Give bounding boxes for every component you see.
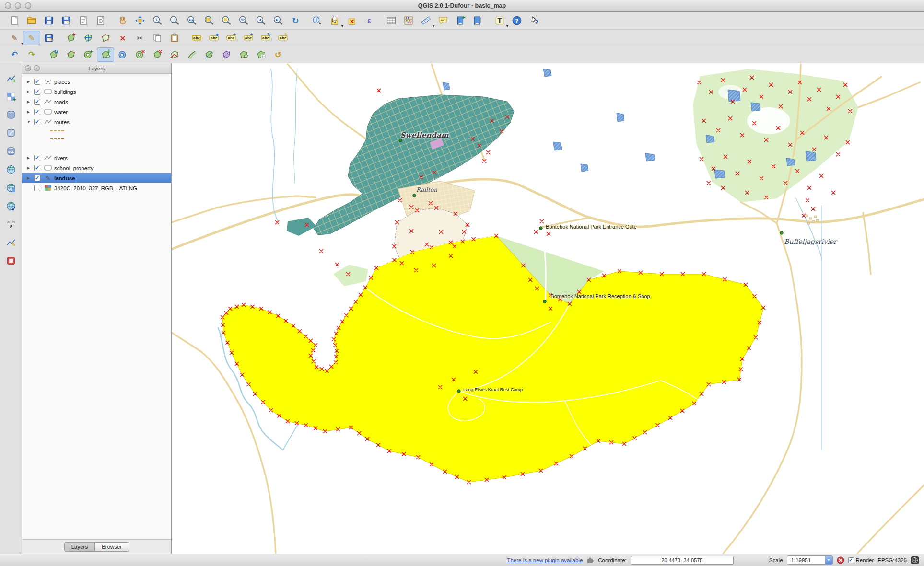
copy-features-button[interactable] [149, 31, 166, 45]
place-marker[interactable] [399, 139, 402, 142]
expand-arrow-icon[interactable]: ▶ [27, 90, 34, 94]
help-contents-button[interactable]: ? [508, 13, 526, 28]
add-wms-layer-button[interactable] [3, 162, 19, 177]
layer-labeling-options-button[interactable]: abc [205, 31, 222, 45]
new-plugin-link[interactable]: There is a new plugin available [507, 557, 583, 563]
layer-visibility-checkbox[interactable]: ✓ [34, 109, 40, 115]
dam-polygon[interactable] [645, 153, 655, 161]
add-raster-layer-button[interactable]: + [3, 89, 19, 104]
rotate-point-symbols-button[interactable]: ↺ [269, 47, 287, 62]
new-shapefile-layer-button[interactable]: ✎ [3, 235, 19, 250]
text-annotation-button[interactable]: T▾ [491, 13, 508, 28]
zoom-to-layer-button[interactable] [235, 13, 252, 28]
expand-arrow-icon[interactable]: ▶ [27, 166, 34, 170]
dam-polygon[interactable] [714, 170, 725, 178]
layer-item-school_property[interactable]: ▶✓school_property [22, 163, 171, 173]
layer-visibility-checkbox[interactable]: ✓ [34, 165, 40, 171]
dam-polygon[interactable] [786, 158, 795, 166]
place-marker[interactable] [413, 194, 416, 197]
delete-selected-button[interactable]: × [114, 31, 131, 45]
panel-float-button[interactable]: ▫ [34, 65, 40, 71]
reshape-features-button[interactable] [166, 47, 183, 62]
add-part-button[interactable]: + [97, 47, 114, 62]
layer-item-routes[interactable]: ▼✓routes [22, 117, 171, 127]
plugin-icon[interactable] [586, 556, 594, 564]
expand-arrow-icon[interactable]: ▶ [27, 100, 34, 104]
zoom-next-button[interactable]: ▸ [269, 13, 287, 28]
new-print-composer-button[interactable] [75, 13, 92, 28]
tab-browser[interactable]: Browser [95, 542, 129, 552]
layer-item-places[interactable]: ▶✓places [22, 77, 171, 87]
close-window-button[interactable] [5, 2, 11, 9]
measure-button[interactable]: ▾ [417, 13, 434, 28]
refresh-map-button[interactable]: ↻ [287, 13, 304, 28]
identify-features-button[interactable]: i [309, 13, 326, 28]
layer-item-rivers[interactable]: ▶✓rivers [22, 153, 171, 163]
add-feature-button[interactable]: + [62, 31, 80, 45]
zoom-out-button[interactable]: − [166, 13, 183, 28]
select-by-expression-button[interactable]: ε [361, 13, 378, 28]
map-svg[interactable] [172, 63, 924, 554]
dam-polygon[interactable] [706, 135, 714, 143]
move-label-button[interactable]: abc+ [240, 31, 257, 45]
map-tips-button[interactable] [434, 13, 452, 28]
split-features-button[interactable] [200, 47, 218, 62]
open-project-button[interactable] [23, 13, 40, 28]
node-tool-button[interactable] [97, 31, 114, 45]
dam-polygon[interactable] [543, 69, 551, 77]
paste-features-button[interactable] [166, 31, 183, 45]
layer-visibility-checkbox[interactable]: ✓ [34, 119, 40, 125]
expand-arrow-icon[interactable]: ▼ [27, 120, 34, 124]
epsg-status[interactable]: EPSG:4326 [877, 557, 907, 563]
stop-render-icon[interactable] [837, 556, 844, 564]
expand-arrow-icon[interactable]: ▶ [27, 80, 34, 84]
zoom-full-extent-button[interactable] [200, 13, 218, 28]
window-controls[interactable] [5, 2, 31, 9]
new-bookmark-button[interactable]: + [452, 13, 469, 28]
dam-polygon[interactable] [443, 82, 450, 90]
layer-visibility-checkbox[interactable]: ✓ [34, 99, 40, 105]
show-bookmarks-button[interactable] [469, 13, 486, 28]
redo-button[interactable]: ↷ [23, 47, 40, 62]
pan-map-button[interactable] [114, 13, 131, 28]
add-spatialite-layer-button[interactable] [3, 126, 19, 141]
deselect-features-button[interactable]: × [343, 13, 361, 28]
dam-polygon[interactable] [581, 164, 588, 172]
layer-visibility-checkbox[interactable]: ✓ [34, 155, 40, 161]
rotate-label-button[interactable]: abc↻ [257, 31, 274, 45]
delete-part-button[interactable]: × [149, 47, 166, 62]
save-project-as-button[interactable]: ✎ [58, 13, 75, 28]
zoom-last-button[interactable]: ◂ [252, 13, 269, 28]
title-bar[interactable]: QGIS 2.0.1-Dufour - basic_map [0, 0, 924, 12]
dam-polygon[interactable] [751, 103, 760, 111]
add-postgis-layer-button[interactable] [3, 107, 19, 123]
layer-labeling-button[interactable]: abc [188, 31, 205, 45]
add-wcs-layer-button[interactable] [3, 180, 19, 196]
panel-close-button[interactable]: × [25, 65, 31, 71]
new-project-button[interactable] [6, 13, 23, 28]
split-parts-button[interactable] [218, 47, 235, 62]
expand-arrow-icon[interactable]: ▶ [27, 156, 34, 160]
layer-item-roads[interactable]: ▶✓roads [22, 97, 171, 107]
merge-features-button[interactable] [235, 47, 252, 62]
move-feature-button[interactable] [80, 31, 97, 45]
layer-visibility-checkbox[interactable]: ✓ [34, 175, 40, 181]
layer-item-water[interactable]: ▶✓water [22, 107, 171, 117]
toggle-editing-button[interactable]: ✎ [23, 31, 40, 45]
layer-item-3420C_2010_327_RGB_LATLNG[interactable]: 3420C_2010_327_RGB_LATLNG [22, 183, 171, 193]
tab-layers[interactable]: Layers [64, 542, 95, 552]
highlight-pinned-labels-button[interactable]: abc+ [222, 31, 240, 45]
field-calculator-button[interactable] [400, 13, 417, 28]
add-wfs-layer-button[interactable] [3, 198, 19, 214]
coordinate-input[interactable] [631, 556, 734, 565]
add-delimited-text-layer-button[interactable]: ,ab [3, 217, 19, 232]
zoom-window-button[interactable] [25, 2, 31, 9]
undo-button[interactable]: ↶ [6, 47, 23, 62]
layer-visibility-checkbox[interactable] [34, 185, 40, 191]
composer-manager-button[interactable] [92, 13, 109, 28]
rotate-feature-button[interactable]: ↻ [45, 47, 62, 62]
zoom-native-resolution-button[interactable]: 1:1 [183, 13, 200, 28]
layer-visibility-checkbox[interactable]: ✓ [34, 79, 40, 85]
select-features-button[interactable]: ▾ [326, 13, 343, 28]
minimize-window-button[interactable] [15, 2, 21, 9]
